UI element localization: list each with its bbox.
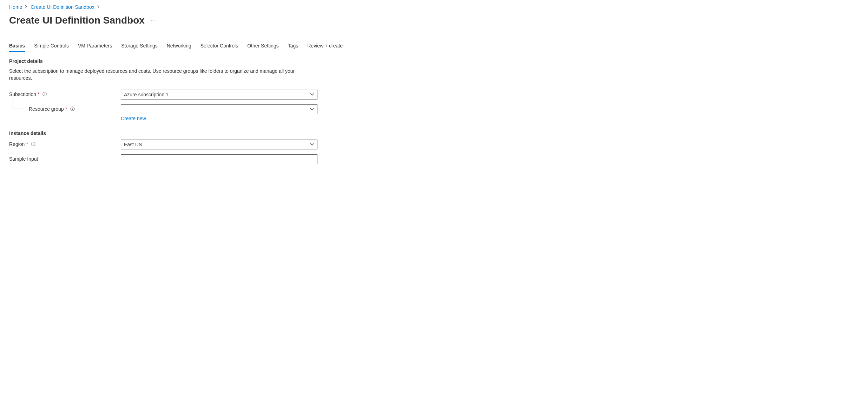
resource-group-select[interactable]: [121, 104, 317, 114]
region-select[interactable]: East US: [121, 140, 317, 149]
chevron-right-icon: [97, 5, 100, 9]
breadcrumb-current[interactable]: Create UI Definition Sandbox: [31, 4, 94, 10]
tab-storage-settings[interactable]: Storage Settings: [121, 43, 158, 52]
section-heading-project-details: Project details: [9, 58, 868, 64]
region-label-text: Region: [9, 141, 25, 147]
chevron-down-icon: [310, 93, 314, 96]
required-asterisk: *: [26, 141, 28, 147]
svg-rect-2: [45, 94, 45, 95]
label-resource-group: Resource group *: [9, 104, 121, 112]
subscription-select[interactable]: Azure subscription 1: [121, 90, 317, 99]
tabs: Basics Simple Controls VM Parameters Sto…: [9, 43, 868, 52]
region-value: East US: [124, 142, 142, 147]
breadcrumb-home[interactable]: Home: [9, 4, 22, 10]
form-row-subscription: Subscription * Azure subscription 1: [9, 90, 868, 99]
svg-point-7: [33, 143, 33, 143]
form-row-region: Region * East US: [9, 140, 868, 149]
form-row-sample-input: Sample Input: [9, 154, 868, 164]
chevron-down-icon: [310, 143, 314, 146]
svg-point-4: [72, 108, 72, 108]
label-subscription: Subscription *: [9, 90, 121, 97]
tab-basics[interactable]: Basics: [9, 43, 25, 52]
section-project-details: Project details Select the subscription …: [9, 58, 868, 121]
chevron-right-icon: [25, 5, 28, 9]
sample-input-field[interactable]: [121, 154, 317, 164]
tab-tags[interactable]: Tags: [288, 43, 298, 52]
resource-group-label-text: Resource group: [29, 106, 64, 112]
section-instance-details: Instance details Region * East US Sample…: [9, 130, 868, 164]
more-actions-icon[interactable]: ···: [151, 18, 156, 23]
create-new-link[interactable]: Create new: [121, 116, 317, 121]
breadcrumb: Home Create UI Definition Sandbox: [9, 4, 868, 10]
info-icon[interactable]: [42, 92, 47, 97]
subscription-label-text: Subscription: [9, 91, 36, 97]
svg-rect-5: [72, 109, 73, 110]
section-desc-project-details: Select the subscription to manage deploy…: [9, 68, 301, 82]
form-row-resource-group: Resource group * Create new: [9, 104, 868, 121]
info-icon[interactable]: [31, 142, 36, 147]
tab-networking[interactable]: Networking: [167, 43, 191, 52]
chevron-down-icon: [310, 108, 314, 111]
tab-vm-parameters[interactable]: VM Parameters: [78, 43, 112, 52]
svg-point-1: [45, 93, 45, 93]
tab-simple-controls[interactable]: Simple Controls: [34, 43, 69, 52]
sample-input-label-text: Sample Input: [9, 156, 38, 162]
page-title-row: Create UI Definition Sandbox ···: [9, 15, 868, 26]
tab-review-create[interactable]: Review + create: [307, 43, 343, 52]
info-icon[interactable]: [70, 107, 75, 111]
svg-rect-8: [33, 144, 33, 145]
required-asterisk: *: [38, 91, 39, 97]
tab-selector-controls[interactable]: Selector Controls: [200, 43, 238, 52]
section-heading-instance-details: Instance details: [9, 130, 868, 136]
page-title: Create UI Definition Sandbox: [9, 15, 145, 26]
required-asterisk: *: [65, 106, 67, 112]
label-region: Region *: [9, 140, 121, 147]
tab-other-settings[interactable]: Other Settings: [247, 43, 279, 52]
label-sample-input: Sample Input: [9, 154, 121, 162]
subscription-value: Azure subscription 1: [124, 92, 169, 97]
